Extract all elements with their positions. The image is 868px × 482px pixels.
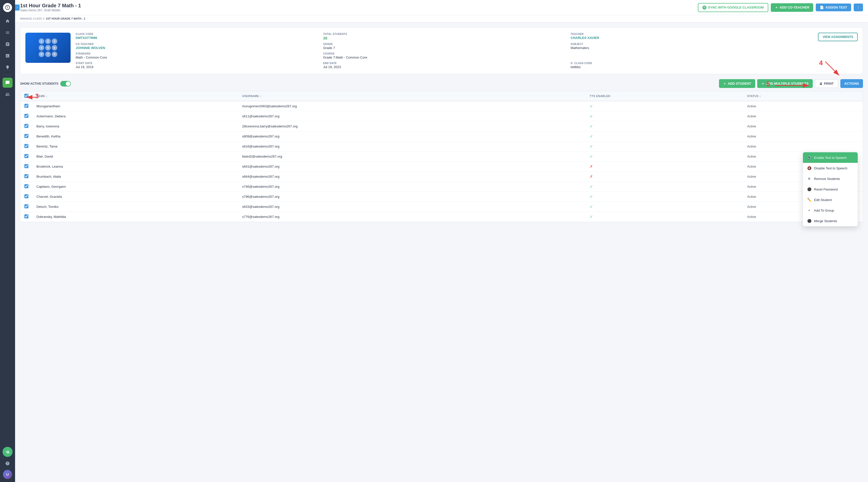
sidebar-item-list[interactable] [2,28,12,38]
tts-status: ✓ [586,131,743,142]
row-checkbox[interactable] [24,204,28,208]
student-name: Muruganantham [32,101,238,111]
tts-enabled-check-icon: ✓ [590,124,593,128]
row-checkbox[interactable] [24,154,28,158]
student-name: Charvet, Graciela [32,192,238,202]
active-students-toggle[interactable] [60,81,71,86]
row-checkbox-cell [20,101,32,111]
tts-enabled-check-icon: ✓ [590,215,593,219]
actions-button[interactable]: ACTIONS [840,79,863,88]
add-student-button[interactable]: ＋ ADD STUDENT [719,79,755,88]
row-checkbox[interactable] [24,104,28,108]
select-all-checkbox[interactable] [24,94,28,98]
select-all-header [20,91,32,101]
row-checkbox[interactable] [24,164,28,168]
user-avatar[interactable]: U [3,470,12,479]
sidebar-item-users[interactable] [2,89,12,99]
sidebar-item-chart[interactable] [2,51,12,61]
table-row: Charvet, Graciela s796@salesdemo267.org … [20,192,863,202]
table-row: Brumbach, Idalia s664@salesdemo267.org ✗… [20,172,863,182]
name-column-header: NAME ↕ [32,91,238,101]
sidebar-item-person-add[interactable] [2,447,12,457]
row-checkbox[interactable] [24,114,28,118]
tts-disabled-x-icon: ✗ [590,174,593,179]
student-name: Dobransky, Mathilda [32,212,238,222]
tts-status: ✓ [586,182,743,192]
g-class-code-field: G. CLASS-CODE twtibbz [570,62,813,69]
table-row: Capitano, Georgann s746@salesdemo267.org… [20,182,863,192]
view-assignments-button[interactable]: VIEW ASSIGNMENTS [818,33,858,41]
dropdown-item-remove-students[interactable]: ✕ Remove Students [803,173,858,184]
table-row: Broderick, Leanna s841@salesdemo267.org … [20,161,863,172]
tts-enabled-check-icon: ✓ [590,184,593,189]
topbar-actions: G SYNC WITH GOOGLE CLASSROOM ＋ ADD CO-TE… [698,3,863,12]
row-checkbox[interactable] [24,184,28,188]
sidebar-item-home[interactable] [2,16,12,26]
dropdown-item-disable-tts[interactable]: 🔇 Disable Text to Speech [803,163,858,173]
collapse-sidebar-button[interactable]: › [15,4,20,10]
student-username: s616@salesdemo267.org [238,142,586,152]
plus-icon: ＋ [775,5,778,10]
content-area: 123 456 879 CLASS CODE DMTXAT7M96 TOTAL … [15,22,868,482]
tts-status: ✓ [586,152,743,161]
tts-status: ✗ [586,172,743,182]
tts-column-header: TTS ENABLED [586,91,743,101]
show-active-students-label: SHOW ACTIVE STUDENTS [20,81,71,86]
more-options-button[interactable]: ⋮ [854,3,863,11]
tts-enabled-check-icon: ✓ [590,104,593,108]
row-checkbox-cell [20,161,32,172]
students-actions: ＋ ADD STUDENT ＋ ADD MULTIPLE STUDENTS 🖨 … [719,79,863,88]
row-checkbox-cell [20,121,32,131]
table-header-row: NAME ↕ USERNAME ↕ TTS ENABLED STATUS ↕ [20,91,863,101]
row-checkbox[interactable] [24,174,28,178]
dropdown-item-reset-password[interactable]: ⚫ Reset Password [803,184,858,194]
row-checkbox[interactable] [24,124,28,128]
row-checkbox[interactable] [24,214,28,218]
tts-enabled-check-icon: ✓ [590,144,593,149]
plus-icon: ＋ [723,82,726,86]
actions-dropdown-menu: 🔊 Enable Text to Speech 🔇 Disable Text t… [803,152,858,227]
class-details: CLASS CODE DMTXAT7M96 TOTAL STUDENTS 35 … [75,33,813,69]
student-username: s841@salesdemo267.org [238,161,586,172]
student-username: 28iceeonna.barry@salesdemo267.org [238,121,586,131]
add-co-teacher-button[interactable]: ＋ ADD CO-TEACHER [771,3,813,12]
add-icon: ＋ [807,208,811,213]
tts-enabled-check-icon: ✓ [590,194,593,199]
speaker-icon: 🔊 [807,155,811,160]
student-name: Benedith, Keitha [32,131,238,142]
tts-enabled-check-icon: ✓ [590,134,593,139]
standard-field: STANDARD Math - Common Core [75,52,318,59]
breadcrumb-manage-class[interactable]: MANAGE CLASS [20,17,42,20]
table-row: Benedith, Keitha s809@salesdemo267.org ✓… [20,131,863,142]
row-checkbox-cell [20,182,32,192]
sidebar-item-assignments[interactable] [2,78,12,88]
add-multiple-students-button[interactable]: ＋ ADD MULTIPLE STUDENTS [757,79,812,88]
row-checkbox[interactable] [24,194,28,198]
print-button[interactable]: 🖨 PRINT [815,79,838,88]
student-status: Active [743,121,863,131]
dropdown-item-add-to-group[interactable]: ＋ Add To Group [803,205,858,216]
students-table: NAME ↕ USERNAME ↕ TTS ENABLED STATUS ↕ [20,91,863,222]
student-status: Active [743,101,863,111]
username-column-header: USERNAME ↕ [238,91,586,101]
status-column-header: STATUS ↕ [743,91,863,101]
class-image: 123 456 879 [25,33,71,63]
students-header: SHOW ACTIVE STUDENTS ＋ ADD STUDENT ＋ ADD… [20,79,863,88]
dropdown-item-enable-tts[interactable]: 🔊 Enable Text to Speech [803,152,858,163]
row-checkbox[interactable] [24,144,28,148]
row-checkbox[interactable] [24,134,28,138]
row-checkbox-cell [20,192,32,202]
dropdown-item-merge-students[interactable]: ⚫ Merge Students [803,216,858,226]
class-info-card: 123 456 879 CLASS CODE DMTXAT7M96 TOTAL … [20,27,863,74]
logo[interactable] [3,3,12,12]
row-checkbox-cell [20,111,32,121]
student-username: s796@salesdemo267.org [238,192,586,202]
merge-icon: ⚫ [807,219,811,223]
dropdown-item-edit-student[interactable]: ✏️ Edit Student [803,194,858,205]
assign-test-button[interactable]: 📄 ASSIGN TEST [816,3,851,11]
sidebar-item-bulb[interactable] [2,62,12,72]
sidebar-item-question[interactable] [2,458,12,469]
sidebar-item-clipboard[interactable] [2,39,12,49]
sync-google-classroom-button[interactable]: G SYNC WITH GOOGLE CLASSROOM [698,3,768,12]
table-row: Blair, David blaird2@salesdemo267.org ✓ … [20,152,863,161]
